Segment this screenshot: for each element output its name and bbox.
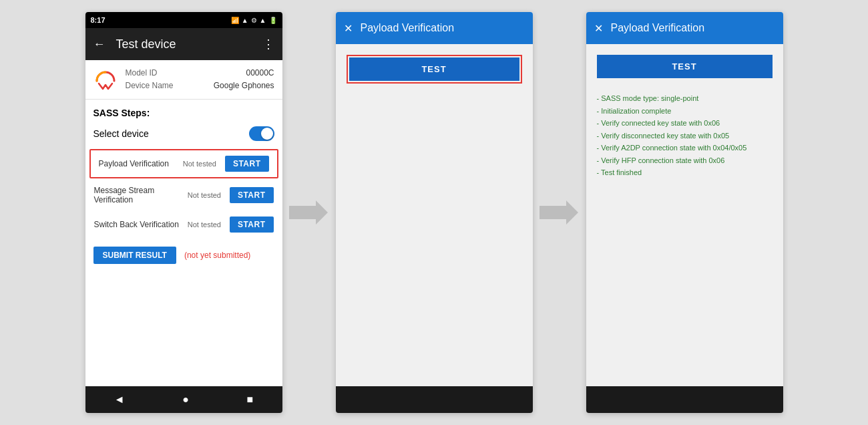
arrow-2 (533, 199, 586, 226)
status-icons: 📶 ▲ ⚙ ▲ 🔋 (231, 17, 277, 24)
device-name-row: Device Name Google Gphones (126, 80, 274, 92)
dialog-top-bar-3: ✕ Payload Verification (586, 12, 783, 44)
step-row-message-stream: Message Stream Verification Not tested S… (85, 180, 282, 210)
result-line: - Verify disconnected key state with 0x0… (597, 130, 773, 142)
result-line: - Verify A2DP connection state with 0x04… (597, 142, 773, 154)
sass-section: SASS Steps: Select device Payload Verifi… (85, 100, 282, 386)
phone-screen-1: 8:17 📶 ▲ ⚙ ▲ 🔋 ← Test device ⋮ (85, 12, 282, 413)
start-button-message-stream[interactable]: START (230, 187, 274, 203)
battery-icon: 🔋 (269, 17, 277, 24)
step-status-message-stream: Not tested (184, 191, 224, 199)
close-icon-2[interactable]: ✕ (344, 22, 353, 35)
step-row-payload: Payload Verification Not tested START (89, 149, 278, 178)
model-id-label: Model ID (126, 67, 158, 80)
app-bar-1: ← Test device ⋮ (85, 28, 282, 60)
step-name-switch-back: Switch Back Verification (94, 220, 179, 229)
device-details: Model ID 00000C Device Name Google Gphon… (126, 67, 274, 92)
test-button-3[interactable]: TEST (597, 55, 773, 78)
step-name-message-stream: Message Stream Verification (94, 186, 179, 204)
svg-marker-1 (539, 200, 578, 225)
svg-marker-0 (289, 200, 328, 225)
sass-title: SASS Steps: (85, 100, 282, 122)
dialog-content-3: TEST - SASS mode type: single-point- Ini… (586, 44, 783, 386)
arrow-1 (282, 199, 336, 226)
app-bar-title: Test device (116, 37, 262, 51)
result-line: - Verify HFP connection state with 0x06 (597, 155, 773, 166)
settings-icon: ⚙ (251, 17, 257, 24)
step-status-switch-back: Not tested (184, 221, 224, 229)
result-lines: - SASS mode type: single-point- Initiali… (597, 93, 773, 178)
nav-recent-button[interactable]: ■ (236, 391, 264, 408)
dialog-content-2: TEST (336, 44, 533, 386)
screens-container: 8:17 📶 ▲ ⚙ ▲ 🔋 ← Test device ⋮ (0, 0, 868, 425)
submit-result-button[interactable]: SUBMIT RESULT (93, 247, 176, 264)
result-line: - Initialization complete (597, 106, 773, 117)
result-line: - Verify connected key state with 0x06 (597, 118, 773, 129)
not-submitted-label: (not yet submitted) (184, 251, 250, 260)
status-bar-1: 8:17 📶 ▲ ⚙ ▲ 🔋 (85, 12, 282, 28)
nav-home-button[interactable]: ● (172, 391, 200, 408)
dialog-screen-3: ✕ Payload Verification TEST - SASS mode … (586, 12, 783, 413)
status-time: 8:17 (91, 16, 105, 24)
dialog-nav-bar-2 (336, 386, 533, 413)
arrow-icon-2 (539, 199, 580, 226)
dialog-top-bar-2: ✕ Payload Verification (336, 12, 533, 44)
nav-bar-1: ◄ ● ■ (85, 386, 282, 413)
wifi-icon: ▲ (242, 17, 248, 24)
model-id-row: Model ID 00000C (126, 67, 274, 80)
start-button-switch-back[interactable]: START (230, 217, 274, 233)
step-row-switch-back: Switch Back Verification Not tested STAR… (85, 210, 282, 239)
step-name-payload: Payload Verification (99, 159, 174, 168)
device-info: Model ID 00000C Device Name Google Gphon… (85, 60, 282, 100)
submit-row: SUBMIT RESULT (not yet submitted) (85, 239, 282, 272)
close-icon-3[interactable]: ✕ (594, 22, 603, 35)
nav-back-button[interactable]: ◄ (103, 391, 136, 408)
start-button-payload[interactable]: START (225, 156, 269, 172)
arrow-icon-1 (289, 199, 329, 226)
device-name-label: Device Name (126, 80, 174, 92)
model-id-value: 00000C (246, 67, 274, 80)
step-status-payload: Not tested (180, 160, 220, 168)
test-button-2[interactable]: TEST (349, 57, 519, 81)
device-logo (93, 67, 118, 92)
test-button-wrapper: TEST (347, 55, 522, 84)
dialog-nav-bar-3 (586, 386, 783, 413)
signal-icon: ▲ (260, 17, 266, 24)
dialog-title-2: Payload Verification (361, 22, 455, 34)
select-device-toggle[interactable] (249, 126, 274, 141)
select-device-label: Select device (93, 128, 149, 139)
more-options-icon[interactable]: ⋮ (262, 37, 274, 51)
sim-icon: 📶 (231, 17, 239, 24)
result-line: - Test finished (597, 167, 773, 178)
dialog-screen-2: ✕ Payload Verification TEST (336, 12, 533, 413)
select-device-row: Select device (85, 122, 282, 148)
back-button[interactable]: ← (93, 37, 105, 51)
dialog-title-3: Payload Verification (611, 22, 705, 34)
device-name-value: Google Gphones (214, 80, 274, 92)
result-line: - SASS mode type: single-point (597, 93, 773, 104)
